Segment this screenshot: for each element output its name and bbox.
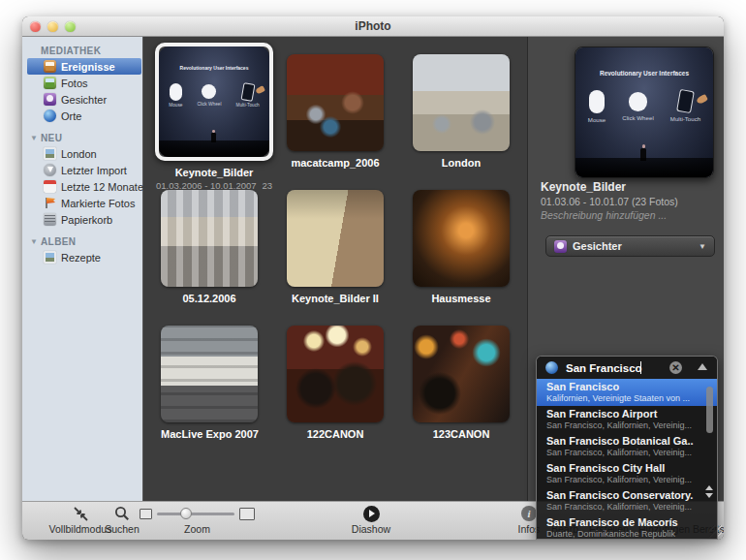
event-london[interactable]: London <box>413 54 510 169</box>
chevron-down-icon: ▼ <box>699 242 706 251</box>
trash-icon <box>44 213 56 226</box>
sidebar-item-papierkorb[interactable]: Papierkorb <box>22 211 142 228</box>
event-123canon[interactable]: 123CANON <box>413 326 510 440</box>
panel-event-title: Keynote_Bilder <box>541 180 626 194</box>
zoom-slider-group: Zoom <box>137 505 258 535</box>
places-globe-icon <box>44 109 56 122</box>
event-thumbnail[interactable] <box>413 190 510 287</box>
event-title: 122CANON <box>287 428 384 440</box>
album-icon <box>44 251 56 264</box>
scroll-down-icon[interactable] <box>705 493 713 498</box>
title-bar[interactable]: iPhoto <box>22 16 724 37</box>
location-result-item[interactable]: San Francisco Botanical Ga... San Franci… <box>537 433 717 460</box>
last-import-icon <box>44 164 56 176</box>
sidebar-item-london[interactable]: London <box>22 145 142 162</box>
location-result-item[interactable]: San Francisco Airport San Francisco, Kal… <box>537 406 717 433</box>
location-result-item[interactable]: San Francisco Kalifornien, Vereinigte St… <box>537 379 717 406</box>
zoom-out-thumbnail-icon <box>140 509 152 519</box>
faces-dropdown-button[interactable]: Gesichter ▼ <box>545 235 715 257</box>
event-thumbnail[interactable] <box>161 190 258 287</box>
panel-event-meta: 01.03.06 - 10.01.07 (23 Fotos) <box>541 196 678 207</box>
event-title: Hausmesse <box>413 293 510 304</box>
text-cursor <box>640 361 641 374</box>
album-icon <box>44 147 56 160</box>
event-thumbnail[interactable] <box>161 326 258 422</box>
sidebar-item-rezepte[interactable]: Rezepte <box>22 249 142 265</box>
calendar-icon <box>44 180 56 193</box>
sidebar-item-fotos[interactable]: Fotos <box>22 75 142 91</box>
event-photo-count: 23 <box>262 180 272 191</box>
zoom-in-thumbnail-icon <box>239 508 255 520</box>
window-title: iPhoto <box>22 19 724 33</box>
clear-search-icon[interactable]: ✕ <box>669 361 682 374</box>
event-122canon[interactable]: 122CANON <box>287 326 384 440</box>
event-thumbnail[interactable] <box>413 326 510 422</box>
iphoto-window: iPhoto ▼ MEDIATHEK Ereignisse Fotos Gesi… <box>22 16 724 540</box>
location-result-item[interactable]: San Francisco Conservatory... San Franci… <box>537 487 717 514</box>
events-grid: Revolutionary User Interfaces Mouse Clic… <box>144 37 528 502</box>
event-title: MacLive Expo 2007 <box>161 428 258 440</box>
disclosure-triangle-icon[interactable]: ▼ <box>30 134 38 142</box>
sidebar-item-letzte-12-monate[interactable]: Letzte 12 Monate <box>22 178 142 195</box>
faces-icon <box>554 240 567 253</box>
slideshow-button[interactable]: Diashow <box>347 505 395 535</box>
zoom-slider-knob[interactable] <box>180 508 192 519</box>
sidebar-item-orte[interactable]: Orte <box>22 108 142 124</box>
description-placeholder[interactable]: Beschreibung hinzufügen ... <box>541 209 667 221</box>
info-icon: i <box>521 506 537 521</box>
location-results-list: San Francisco Kalifornien, Vereinigte St… <box>537 379 717 539</box>
section-header-mediathek: ▼ MEDIATHEK <box>22 43 142 58</box>
event-title: London <box>413 157 510 169</box>
scroll-up-icon[interactable] <box>705 485 713 490</box>
play-icon <box>363 506 380 522</box>
zoom-slider[interactable] <box>157 513 234 515</box>
location-search-bar: ✕ <box>537 357 717 380</box>
sidebar-item-gesichter[interactable]: Gesichter <box>22 91 142 108</box>
event-title: macatcamp_2006 <box>287 157 384 169</box>
event-thumbnail[interactable] <box>287 54 384 151</box>
event-hausmesse[interactable]: Hausmesse <box>413 190 510 304</box>
location-result-item[interactable]: San Francisco City Hall San Francisco, K… <box>537 460 717 487</box>
event-title: 05.12.2006 <box>161 293 258 304</box>
location-search-popover: ✕ San Francisco Kalifornien, Vereinigte … <box>536 356 718 540</box>
scrollbar-thumb[interactable] <box>706 387 713 433</box>
event-macatcamp-2006[interactable]: macatcamp_2006 <box>287 54 384 169</box>
event-keynote-bilder[interactable]: Revolutionary User Interfaces Mouse Clic… <box>154 43 274 191</box>
event-thumbnail[interactable] <box>287 326 384 422</box>
source-list-sidebar: ▼ MEDIATHEK Ereignisse Fotos Gesichter O… <box>22 37 143 502</box>
event-maclive-expo-2007[interactable]: MacLive Expo 2007 <box>161 326 258 440</box>
event-05-12-2006[interactable]: 05.12.2006 <box>161 190 258 304</box>
event-thumbnail[interactable] <box>287 190 384 287</box>
event-preview-image[interactable]: Revolutionary User Interfaces Mouse Clic… <box>575 47 714 178</box>
location-search-input[interactable] <box>566 357 680 379</box>
photos-icon <box>44 77 56 89</box>
event-title: Keynote_Bilder <box>154 167 274 178</box>
event-thumbnail[interactable]: Revolutionary User Interfaces Mouse Clic… <box>155 43 273 161</box>
section-header-neu[interactable]: ▼ NEU <box>22 130 142 145</box>
flag-icon <box>44 197 56 209</box>
event-title: Keynote_Bilder II <box>287 293 384 304</box>
event-title: 123CANON <box>413 428 510 440</box>
section-header-alben[interactable]: ▼ ALBEN <box>22 233 142 249</box>
scroll-arrows[interactable] <box>705 485 713 498</box>
location-result-item[interactable]: San Francisco de Macorís Duarte, Dominik… <box>537 514 717 539</box>
faces-icon <box>44 93 56 106</box>
globe-icon <box>545 361 558 374</box>
disclosure-triangle-icon[interactable]: ▼ <box>30 237 38 246</box>
sidebar-item-markierte-fotos[interactable]: Markierte Fotos <box>22 195 142 211</box>
event-thumbnail[interactable] <box>413 54 510 151</box>
sidebar-item-ereignisse[interactable]: Ereignisse <box>27 58 141 75</box>
sidebar-item-letzter-import[interactable]: Letzter Import <box>22 162 142 178</box>
event-keynote-bilder-ii[interactable]: Keynote_Bilder II <box>287 190 384 304</box>
events-icon <box>44 60 56 73</box>
collapse-dropdown-icon[interactable] <box>698 363 707 370</box>
